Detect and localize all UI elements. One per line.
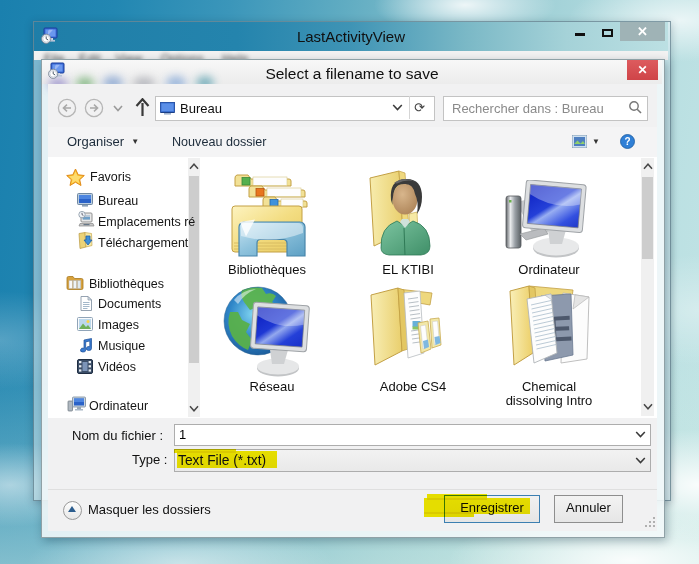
svg-text:?: ? (624, 136, 630, 147)
